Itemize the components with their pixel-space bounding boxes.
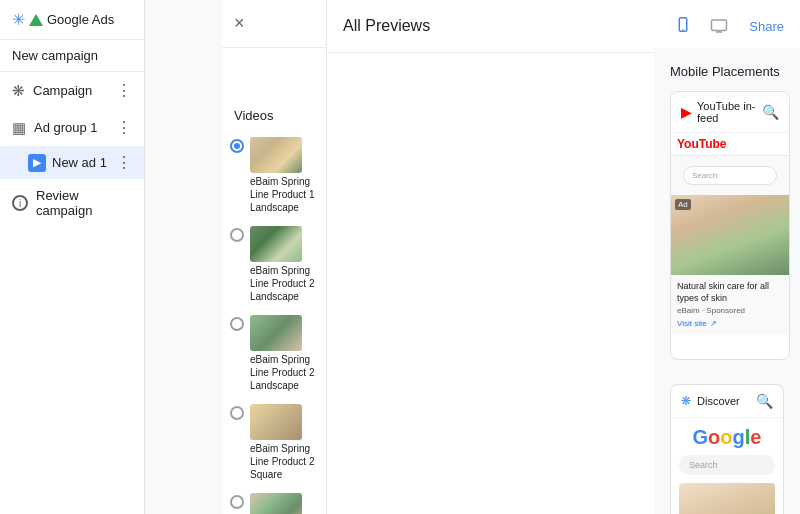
yt-feed-visit-site[interactable]: Visit site [677,319,707,328]
sidebar-item-adgroup[interactable]: ▦ Ad group 1 ⋮ [0,109,144,146]
sidebar-item-newad[interactable]: ▶ New ad 1 ⋮ [0,146,144,179]
modal-header: All Previews Share [327,0,800,53]
video-thumb-1 [250,137,302,173]
campaign-label: Campaign [33,83,108,98]
yt-feed-ad-title: Natural skin care for all types of skin [677,281,783,304]
video-thumb-2 [250,226,302,262]
yt-feed-ad-info: Natural skin care for all types of skin … [671,275,789,334]
discover-platform-icon: ❋ [681,394,691,408]
google-ads-text: Google Ads [47,12,114,27]
sidebar: ✳ Google Ads New campaign ❋ Campaign ⋮ ▦… [0,0,145,514]
discover-label: Discover [697,395,750,407]
videos-list-container: Videos eBaim Spring Line Product 1 Lands… [222,48,326,514]
campaign-icon: ❋ [12,82,25,100]
video-thumb-5 [250,493,302,514]
video-radio-1[interactable] [230,139,244,153]
video-title-1: eBaim Spring Line Product 1 Landscape [250,175,318,214]
yt-feed-ad-sub: eBaim · Sponsored [677,306,783,315]
yt-feed-thumb: Ad [671,195,789,275]
new-campaign-label: New campaign [0,40,144,72]
g-blue: G [693,426,709,448]
section-title: Mobile Placements [670,64,784,79]
video-thumb-4 [250,404,302,440]
video-item-2[interactable]: eBaim Spring Line Product 2 Landscape [222,220,326,309]
video-item-1[interactable]: eBaim Spring Line Product 1 Landscape [222,131,326,220]
google-search-placeholder: Search [689,460,718,470]
yt-search-placeholder: Search [692,171,717,180]
svg-rect-2 [712,20,727,31]
newad-icon: ▶ [28,154,46,172]
yt-feed-preview: YouTube Search Ad Natural skin care for … [671,133,789,334]
review-label: Review campaign [36,188,132,218]
yt-feed-ad-link: Visit site ↗ [677,319,783,328]
sidebar-item-review[interactable]: i Review campaign [0,179,144,227]
video-item-4[interactable]: eBaim Spring Line Product 2 Square [222,398,326,487]
google-search-bar[interactable]: Search [679,455,775,475]
yt-search-bar[interactable]: Search [683,166,777,185]
yt-logo-bar: YouTube [671,133,789,156]
g-red2: e [750,426,761,448]
youtube-logo: YouTube [677,137,727,151]
videos-header: Videos [222,96,326,131]
close-icon[interactable]: × [234,13,245,34]
video-item-5[interactable]: eBaim Spring Line Product 3 Vertical [222,487,326,514]
video-title-2: eBaim Spring Line Product 2 Landscape [250,264,318,303]
discover-inner: Google Search Ready for your best day ev… [671,418,783,514]
modal-header-left: × [222,0,326,48]
sidebar-header: ✳ Google Ads [0,0,144,40]
video-title-4: eBaim Spring Line Product 2 Square [250,442,318,481]
youtube-icon-feed: ▶ [681,105,691,120]
video-radio-5[interactable] [230,495,244,509]
right-panel: Mobile Placements ▶ YouTube in-feed 🔍 Yo… [654,48,800,514]
discover-card: ❋ Discover 🔍 Google Search [670,384,784,514]
discover-feed-thumb [679,483,775,514]
discover-section: ❋ Discover 🔍 Google Search [670,384,784,514]
external-link-icon: ↗ [710,319,717,328]
campaign-menu-icon[interactable]: ⋮ [116,81,132,100]
yt-search-area: Search [671,156,789,195]
mobile-view-icon[interactable] [669,12,697,40]
video-radio-2[interactable] [230,228,244,242]
yt-feed-label: YouTube in-feed [697,100,756,124]
google-logo-text: Google [693,426,762,448]
g-red: o [708,426,720,448]
video-item-3[interactable]: eBaim Spring Line Product 2 Landscape [222,309,326,398]
g-yellow: o [720,426,732,448]
modal-title: All Previews [343,17,669,35]
yt-feed-badge: Ad [675,199,691,210]
video-title-3: eBaim Spring Line Product 2 Landscape [250,353,318,392]
videos-panel: × Videos eBaim Spring Line Product 1 Lan… [222,0,327,514]
magnify-icon-feed[interactable]: 🔍 [762,104,779,120]
google-full-logo: Google [679,426,775,449]
review-icon: i [12,195,28,211]
magnify-icon-discover[interactable]: 🔍 [756,393,773,409]
adgroup-label: Ad group 1 [34,120,108,135]
adgroup-menu-icon[interactable]: ⋮ [116,118,132,137]
discover-feed-image [679,483,775,514]
modal-panel: All Previews Share Mobile Placements ▶ Y… [327,0,800,514]
video-radio-4[interactable] [230,406,244,420]
view-icons [669,12,733,40]
discover-header: ❋ Discover 🔍 [671,385,783,418]
newad-label: New ad 1 [52,155,110,170]
logo-star-icon: ✳ [12,10,25,29]
google-ads-logo: ✳ Google Ads [12,10,114,29]
video-thumb-3 [250,315,302,351]
newad-menu-icon[interactable]: ⋮ [116,153,132,172]
adgroup-icon: ▦ [12,119,26,137]
sidebar-item-campaign[interactable]: ❋ Campaign ⋮ [0,72,144,109]
share-button[interactable]: Share [749,19,784,34]
g-blue2: g [733,426,745,448]
preview-card-yt-feed: ▶ YouTube in-feed 🔍 YouTube Search [670,91,790,360]
video-radio-3[interactable] [230,317,244,331]
logo-triangle-icon [29,14,43,26]
yt-feed-header: ▶ YouTube in-feed 🔍 [671,92,789,133]
desktop-view-icon[interactable] [705,12,733,40]
previews-row: ▶ YouTube in-feed 🔍 YouTube Search [670,91,784,360]
